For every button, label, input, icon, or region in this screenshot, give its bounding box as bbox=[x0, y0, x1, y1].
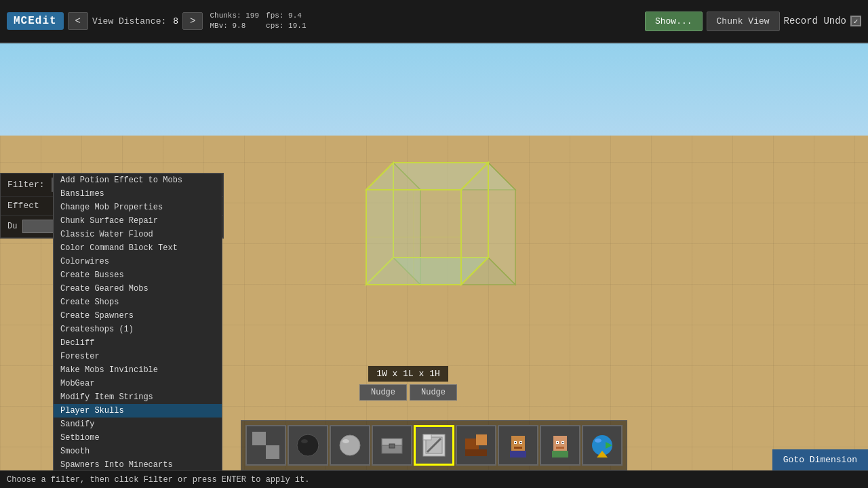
svg-point-18 bbox=[342, 439, 349, 443]
hotbar-slot-4[interactable] bbox=[372, 425, 412, 466]
svg-rect-42 bbox=[552, 451, 568, 458]
svg-rect-14 bbox=[266, 445, 279, 459]
dupe-label: Du bbox=[7, 222, 17, 231]
status-bar: Choose a filter, then click Filter or pr… bbox=[0, 470, 868, 488]
status-text: Choose a filter, then click Filter or pr… bbox=[7, 475, 309, 485]
hotbar-slot-6[interactable] bbox=[456, 425, 496, 466]
svg-rect-11 bbox=[252, 432, 266, 445]
svg-rect-33 bbox=[520, 442, 521, 443]
hotbar-slot-5[interactable] bbox=[414, 425, 454, 466]
record-undo-label: Record Undo bbox=[784, 16, 846, 26]
dropdown-item-colorwires[interactable]: Colorwires bbox=[54, 255, 222, 268]
dropdown-item-change-mob[interactable]: Change Mob Properties bbox=[54, 201, 222, 214]
svg-rect-12 bbox=[266, 432, 279, 445]
size-tooltip: 1W x 1L x 1H Nudge Nudge bbox=[359, 366, 457, 401]
svg-rect-21 bbox=[389, 444, 395, 448]
dropdown-item-add-potion[interactable]: Add Potion Effect to Mobs bbox=[54, 174, 222, 187]
toolbar: MCEdit < View Distance: 8 > Chunks: 199 … bbox=[0, 0, 868, 43]
record-undo-container: Record Undo ✓ bbox=[784, 16, 861, 26]
svg-rect-25 bbox=[423, 434, 431, 440]
svg-rect-35 bbox=[510, 451, 526, 458]
nudge-button-2[interactable]: Nudge bbox=[410, 384, 457, 401]
svg-rect-28 bbox=[465, 449, 487, 456]
nudge-button-1[interactable]: Nudge bbox=[359, 384, 407, 401]
dropdown-item-classic-water[interactable]: Classic Water Flood bbox=[54, 228, 222, 241]
hotbar bbox=[241, 420, 627, 470]
view-distance-value: 8 bbox=[173, 16, 178, 26]
size-label: 1W x 1L x 1H bbox=[368, 366, 448, 382]
chunk-view-button[interactable]: Chunk View bbox=[707, 12, 780, 31]
svg-point-17 bbox=[340, 435, 360, 455]
hotbar-slot-1[interactable] bbox=[245, 425, 286, 466]
dropdown-item-create-shops[interactable]: Create Shops bbox=[54, 296, 222, 309]
chunks-stat: Chunks: 199 bbox=[210, 11, 259, 21]
svg-rect-27 bbox=[476, 434, 487, 445]
dropdown-item-decliff[interactable]: Decliff bbox=[54, 336, 222, 350]
dropdown-item-player-skulls[interactable]: Player Skulls bbox=[54, 404, 222, 418]
filter-label: Filter: bbox=[7, 180, 45, 190]
glass-cube bbox=[326, 122, 570, 339]
stats-block: Chunks: 199 MBv: 9.8 bbox=[210, 11, 259, 32]
filter-dropdown: Add Potion Effect to MobsBanslimesChange… bbox=[53, 173, 222, 488]
show-button[interactable]: Show... bbox=[645, 12, 703, 31]
goto-dimension-button[interactable]: Goto Dimension bbox=[772, 449, 868, 470]
dropdown-item-sandify[interactable]: Sandify bbox=[54, 418, 222, 431]
record-undo-checkbox[interactable]: ✓ bbox=[850, 16, 861, 26]
dropdown-item-spawners-into[interactable]: Spawners Into Minecarts bbox=[54, 458, 222, 472]
brand-label: MCEdit bbox=[7, 12, 64, 30]
svg-rect-34 bbox=[514, 447, 522, 449]
hotbar-slot-8[interactable] bbox=[540, 425, 580, 466]
nav-forward-button[interactable]: > bbox=[182, 12, 203, 30]
svg-point-44 bbox=[595, 439, 601, 443]
svg-point-15 bbox=[297, 434, 319, 456]
fps-stat: fps: 9.4 bbox=[266, 11, 306, 21]
nav-back-button[interactable]: < bbox=[68, 12, 88, 30]
dropdown-item-modify-item[interactable]: Modify Item Strings bbox=[54, 390, 222, 404]
cps-stat: cps: 19.1 bbox=[266, 21, 306, 31]
svg-point-16 bbox=[301, 439, 308, 443]
dropdown-item-create-geared[interactable]: Create Geared Mobs bbox=[54, 282, 222, 296]
dropdown-item-create-busses[interactable]: Create Busses bbox=[54, 268, 222, 282]
hotbar-slot-3[interactable] bbox=[330, 425, 370, 466]
dropdown-item-make-mobs[interactable]: Make Mobs Invincible bbox=[54, 363, 222, 377]
svg-rect-39 bbox=[557, 442, 558, 443]
svg-rect-13 bbox=[252, 445, 266, 459]
effect-label: Effect bbox=[7, 201, 48, 211]
fps-stats-block: fps: 9.4 cps: 19.1 bbox=[266, 11, 306, 32]
dropdown-item-color-command[interactable]: Color Command Block Text bbox=[54, 241, 222, 255]
hotbar-slot-2[interactable] bbox=[288, 425, 328, 466]
hotbar-slot-7[interactable] bbox=[498, 425, 538, 466]
dropdown-item-chunk-surface[interactable]: Chunk Surface Repair bbox=[54, 214, 222, 228]
dropdown-item-mobgear[interactable]: MobGear bbox=[54, 377, 222, 390]
view-distance-label: View Distance: bbox=[92, 16, 166, 26]
dropdown-item-banslimes[interactable]: Banslimes bbox=[54, 187, 222, 201]
dropdown-item-forester[interactable]: Forester bbox=[54, 350, 222, 363]
dupe-input[interactable] bbox=[22, 220, 56, 233]
hotbar-slot-9[interactable] bbox=[582, 425, 623, 466]
dropdown-item-setbiome[interactable]: Setbiome bbox=[54, 431, 222, 445]
dropdown-item-create-spawners[interactable]: Create Spawners bbox=[54, 309, 222, 323]
svg-rect-32 bbox=[515, 442, 516, 443]
svg-rect-41 bbox=[556, 447, 564, 449]
nudge-buttons: Nudge Nudge bbox=[359, 384, 457, 401]
dropdown-item-smooth[interactable]: Smooth bbox=[54, 445, 222, 458]
mbv-stat: MBv: 9.8 bbox=[210, 21, 259, 31]
svg-rect-40 bbox=[562, 442, 564, 443]
dropdown-item-createshops-1[interactable]: Createshops (1) bbox=[54, 323, 222, 336]
